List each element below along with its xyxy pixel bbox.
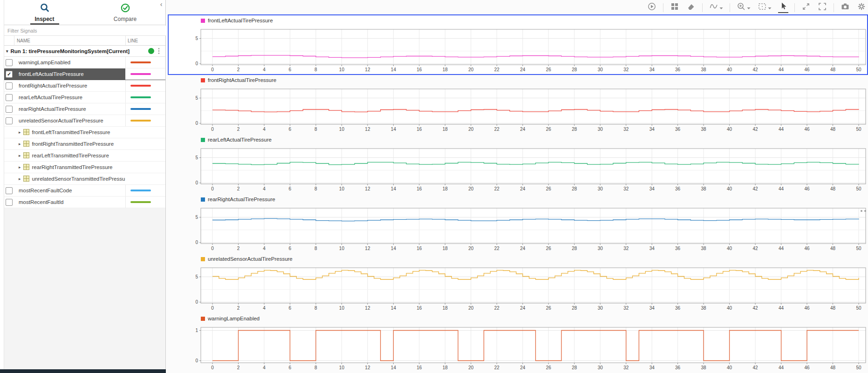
signal-plot-warningLampEnabled[interactable]: 0246810121416182022242628303234363840424… <box>166 313 868 373</box>
signal-row[interactable]: rearLeftActualTirePressure <box>4 92 165 103</box>
zoom-in-button[interactable] <box>736 2 751 13</box>
signal-plot-rearRightActualTirePressure[interactable]: 0246810121416182022242628303234363840424… <box>166 194 868 254</box>
svg-text:4: 4 <box>263 246 266 251</box>
legend-label: unrelatedSensorActualTirePressure <box>208 256 293 262</box>
replay-button[interactable] <box>647 2 657 13</box>
signal-line-swatch <box>130 85 151 87</box>
signal-line-swatch <box>130 190 151 191</box>
bus-signal-label: rearRightTransmittedTirePressure <box>32 164 113 170</box>
run-expand-icon[interactable]: ▾ <box>6 49 8 54</box>
signal-name: frontRightActualTirePressure <box>14 83 125 88</box>
bus-signal-row[interactable]: ▸unrelatedSensorTransmittedTirePressu <box>4 173 165 185</box>
signal-row[interactable]: ✓frontLeftActualTirePressure <box>4 68 165 80</box>
magnifier-icon <box>40 3 50 15</box>
svg-text:2: 2 <box>237 127 240 132</box>
run-menu-kebab-icon[interactable] <box>158 48 160 54</box>
svg-text:4: 4 <box>263 127 266 132</box>
tab-compare[interactable]: Compare <box>85 0 165 25</box>
plot-legend: frontLeftActualTirePressure <box>201 18 273 23</box>
svg-text:10: 10 <box>339 127 345 132</box>
signal-row[interactable]: frontRightActualTirePressure <box>4 80 165 92</box>
svg-text:30: 30 <box>598 365 603 370</box>
svg-text:40: 40 <box>727 67 732 72</box>
line-style-cell <box>125 115 165 126</box>
signal-checkbox[interactable] <box>6 94 13 101</box>
expand-icon[interactable]: ▸ <box>19 153 21 158</box>
svg-text:18: 18 <box>443 305 448 311</box>
svg-text:4: 4 <box>263 186 266 191</box>
svg-text:12: 12 <box>365 246 370 251</box>
layout-grid-icon <box>670 2 679 13</box>
svg-text:36: 36 <box>675 186 681 191</box>
expand-diagonal-button[interactable] <box>801 2 811 13</box>
signal-table-header: NAME LINE <box>4 36 165 46</box>
svg-text:5: 5 <box>195 36 198 41</box>
svg-text:20: 20 <box>468 67 474 72</box>
svg-text:0: 0 <box>211 186 214 191</box>
svg-text:50: 50 <box>856 127 861 132</box>
svg-text:30: 30 <box>598 305 603 311</box>
tab-inspect[interactable]: Inspect <box>4 0 85 25</box>
run-row[interactable]: ▾ Run 1: tirePressureMonitoringSystem[Cu… <box>4 46 165 57</box>
filter-signals-input[interactable] <box>4 26 166 36</box>
fullscreen-button[interactable] <box>817 2 827 13</box>
sidebar-tabs: Inspect Compare <box>4 0 165 25</box>
bus-signal-row[interactable]: ▸rearRightTransmittedTirePressure <box>4 162 165 173</box>
svg-text:6: 6 <box>289 127 292 132</box>
layout-grid-button[interactable] <box>670 2 680 13</box>
svg-text:22: 22 <box>494 365 500 370</box>
signal-row[interactable]: unrelatedSensorActualTirePressure <box>4 115 165 127</box>
expand-icon[interactable]: ▸ <box>19 165 21 170</box>
svg-text:16: 16 <box>417 305 422 311</box>
signal-row[interactable]: mostRecentFaultCode <box>4 185 165 197</box>
signal-checkbox[interactable] <box>6 117 13 124</box>
svg-text:24: 24 <box>520 127 526 132</box>
signal-trace-button[interactable] <box>709 2 724 13</box>
svg-text:0: 0 <box>195 358 198 363</box>
signal-name: ▸frontLeftTransmittedTirePressure <box>14 129 125 136</box>
signal-checkbox[interactable]: ✓ <box>6 71 13 78</box>
signal-checkbox[interactable] <box>6 106 13 113</box>
expand-icon[interactable]: ▸ <box>19 130 21 135</box>
svg-text:16: 16 <box>417 365 422 370</box>
collapse-panel-chevron-icon[interactable]: ‹ <box>157 0 165 8</box>
legend-label: frontLeftActualTirePressure <box>208 18 273 23</box>
signal-row[interactable]: warningLampEnabled <box>4 57 165 68</box>
expand-icon[interactable]: ▸ <box>19 176 21 181</box>
check-circle-icon <box>120 3 130 15</box>
signal-plot-frontRightActualTirePressure[interactable]: 0246810121416182022242628303234363840424… <box>166 75 868 135</box>
plot-canvas: 0246810121416182022242628303234363840424… <box>166 135 868 194</box>
svg-text:4: 4 <box>263 305 266 311</box>
bus-signal-row[interactable]: ▸frontLeftTransmittedTirePressure <box>4 127 165 138</box>
plot-options-dots[interactable] <box>861 210 866 212</box>
signal-plot-rearLeftActualTirePressure[interactable]: 0246810121416182022242628303234363840424… <box>166 135 868 194</box>
svg-text:10: 10 <box>339 186 345 191</box>
plot-canvas: 0246810121416182022242628303234363840424… <box>166 75 868 135</box>
svg-text:28: 28 <box>572 246 577 251</box>
expand-icon[interactable]: ▸ <box>19 142 21 146</box>
svg-text:8: 8 <box>314 186 317 191</box>
camera-button[interactable] <box>840 2 850 13</box>
legend-color-swatch <box>201 19 205 23</box>
legend-label: frontRightActualTirePressure <box>208 77 276 83</box>
signal-checkbox[interactable] <box>6 82 13 89</box>
signal-checkbox[interactable] <box>6 187 13 194</box>
bus-signal-row[interactable]: ▸rearLeftTransmittedTirePressure <box>4 150 165 162</box>
svg-text:24: 24 <box>520 246 526 251</box>
signal-plot-unrelatedSensorActualTirePressure[interactable]: 0246810121416182022242628303234363840424… <box>166 254 868 313</box>
signal-row[interactable]: rearRightActualTirePressure <box>4 103 165 115</box>
signal-trace-icon <box>709 2 718 13</box>
signal-checkbox[interactable] <box>6 199 13 206</box>
fit-to-view-button[interactable] <box>757 2 772 13</box>
arrow-cursor-button[interactable] <box>778 2 788 13</box>
signal-checkbox[interactable] <box>6 59 13 66</box>
signal-row[interactable]: mostRecentFaultId <box>4 197 165 208</box>
gear-button[interactable] <box>856 2 867 13</box>
svg-text:14: 14 <box>391 186 396 191</box>
line-style-cell <box>125 162 165 173</box>
bus-signal-row[interactable]: ▸frontRightTransmittedTirePressure <box>4 138 165 150</box>
camera-icon <box>841 2 850 13</box>
signal-plot-frontLeftActualTirePressure[interactable]: 0246810121416182022242628303234363840424… <box>166 15 868 75</box>
eraser-button[interactable] <box>686 2 696 13</box>
run-title: Run 1: tirePressureMonitoringSystem[Curr… <box>11 48 130 54</box>
